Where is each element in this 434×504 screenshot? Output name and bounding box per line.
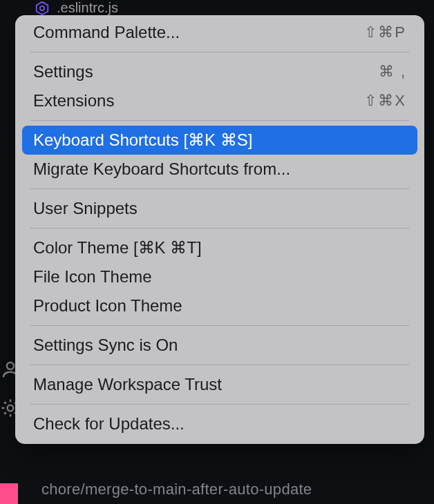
menu-item-label: Manage Workspace Trust — [33, 375, 222, 394]
menu-item-label: Extensions — [33, 91, 114, 110]
menu-item-label: User Snippets — [33, 199, 138, 218]
menu-separator — [30, 120, 409, 121]
menu-item[interactable]: Manage Workspace Trust — [15, 370, 424, 399]
menu-item[interactable]: Command Palette...⇧⌘P — [15, 18, 424, 47]
menu-item-shortcut: ⇧⌘P — [364, 23, 406, 41]
status-bar-corner — [0, 483, 18, 504]
menu-separator — [30, 325, 409, 326]
svg-point-2 — [7, 362, 14, 369]
menu-item[interactable]: Check for Updates... — [15, 409, 424, 438]
menu-separator — [30, 228, 409, 229]
menu-separator — [30, 404, 409, 405]
menu-item[interactable]: Settings⌘ , — [15, 57, 424, 86]
menu-item[interactable]: File Icon Theme — [15, 262, 424, 291]
hexagon-icon — [35, 1, 50, 16]
menu-item[interactable]: Keyboard Shortcuts [⌘K ⌘S] — [22, 126, 417, 155]
menu-item-shortcut: ⌘ , — [379, 63, 406, 81]
menu-separator — [30, 365, 409, 365]
menu-item[interactable]: Product Icon Theme — [15, 291, 424, 320]
menu-item-label: Check for Updates... — [33, 414, 185, 434]
menu-item-label: Settings Sync is On — [33, 336, 178, 355]
menu-item-label: Settings — [33, 62, 93, 81]
menu-item-label: Color Theme [⌘K ⌘T] — [33, 238, 202, 258]
svg-point-1 — [40, 6, 44, 10]
file-tab-eslintrc: .eslintrc.js — [35, 0, 118, 16]
menu-item[interactable]: Color Theme [⌘K ⌘T] — [15, 233, 424, 262]
menu-item-label: Command Palette... — [33, 23, 180, 42]
menu-separator — [30, 188, 409, 189]
menu-item-label: Migrate Keyboard Shortcuts from... — [33, 159, 290, 179]
menu-item-label: Product Icon Theme — [33, 296, 182, 316]
settings-menu: Command Palette...⇧⌘PSettings⌘ ,Extensio… — [15, 15, 424, 444]
menu-separator — [30, 52, 409, 52]
file-name: .eslintrc.js — [57, 0, 118, 16]
menu-item-label: File Icon Theme — [33, 267, 152, 287]
menu-item-label: Keyboard Shortcuts [⌘K ⌘S] — [33, 130, 252, 150]
menu-item[interactable]: Settings Sync is On — [15, 331, 424, 360]
branch-name: chore/merge-to-main-after-auto-update — [41, 481, 312, 498]
svg-point-3 — [8, 405, 14, 411]
menu-item[interactable]: Migrate Keyboard Shortcuts from... — [15, 155, 424, 184]
menu-item-shortcut: ⇧⌘X — [364, 92, 406, 110]
menu-item[interactable]: User Snippets — [15, 194, 424, 223]
svg-marker-0 — [37, 1, 48, 14]
menu-item[interactable]: Extensions⇧⌘X — [15, 86, 424, 115]
